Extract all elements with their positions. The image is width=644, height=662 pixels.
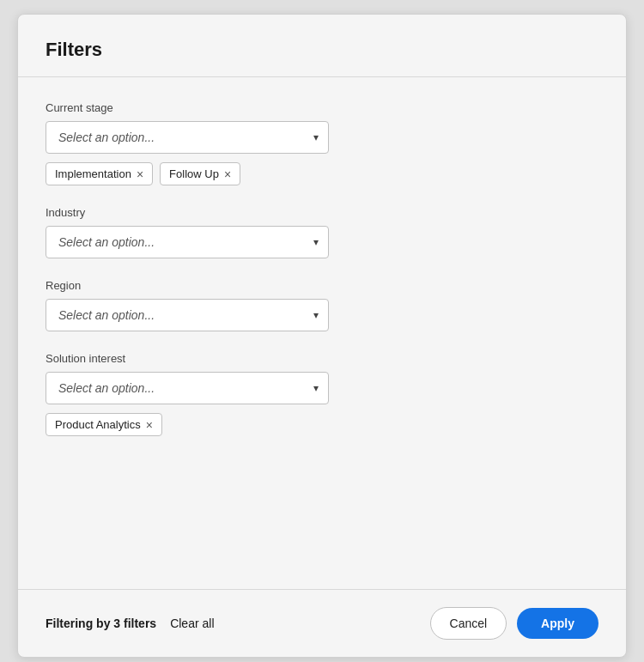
- tag-follow-up: Follow Up ×: [160, 162, 240, 185]
- modal-body: Current stage Select an option... ▾ Impl…: [18, 77, 626, 589]
- footer-buttons: Cancel Apply: [430, 607, 598, 640]
- apply-button[interactable]: Apply: [517, 608, 598, 639]
- modal-header: Filters: [18, 15, 626, 77]
- region-select[interactable]: Select an option...: [46, 299, 329, 331]
- tag-product-analytics-label: Product Analytics: [55, 418, 141, 431]
- current-stage-label: Current stage: [46, 101, 598, 114]
- tag-follow-up-remove[interactable]: ×: [224, 168, 231, 180]
- filters-modal: Filters Current stage Select an option..…: [17, 14, 627, 658]
- filter-summary: Filtering by 3 filters Clear all: [46, 616, 215, 630]
- tag-product-analytics: Product Analytics ×: [46, 413, 162, 436]
- region-select-wrapper: Select an option... ▾: [46, 299, 329, 331]
- current-stage-select[interactable]: Select an option...: [46, 121, 329, 154]
- filter-count-text: Filtering by 3 filters: [46, 616, 156, 630]
- modal-title: Filters: [46, 39, 598, 61]
- tag-implementation-label: Implementation: [55, 167, 131, 180]
- clear-all-link[interactable]: Clear all: [170, 616, 214, 630]
- tag-follow-up-label: Follow Up: [169, 167, 219, 180]
- filter-group-region: Region Select an option... ▾: [46, 279, 598, 331]
- solution-interest-select[interactable]: Select an option...: [46, 372, 329, 404]
- filter-group-industry: Industry Select an option... ▾: [46, 206, 598, 258]
- solution-interest-label: Solution interest: [46, 352, 598, 365]
- industry-select-wrapper: Select an option... ▾: [46, 226, 329, 258]
- current-stage-select-wrapper: Select an option... ▾: [46, 121, 329, 154]
- modal-footer: Filtering by 3 filters Clear all Cancel …: [18, 590, 626, 657]
- filter-group-current-stage: Current stage Select an option... ▾ Impl…: [46, 101, 598, 185]
- tag-implementation-remove[interactable]: ×: [137, 168, 143, 180]
- industry-label: Industry: [46, 206, 598, 219]
- tag-implementation: Implementation ×: [46, 162, 153, 185]
- filter-group-solution-interest: Solution interest Select an option... ▾ …: [46, 352, 598, 436]
- tag-product-analytics-remove[interactable]: ×: [146, 419, 153, 431]
- industry-select[interactable]: Select an option...: [46, 226, 329, 258]
- solution-interest-tags: Product Analytics ×: [46, 413, 598, 436]
- solution-interest-select-wrapper: Select an option... ▾: [46, 372, 329, 404]
- cancel-button[interactable]: Cancel: [430, 607, 507, 640]
- region-label: Region: [46, 279, 598, 292]
- current-stage-tags: Implementation × Follow Up ×: [46, 162, 598, 185]
